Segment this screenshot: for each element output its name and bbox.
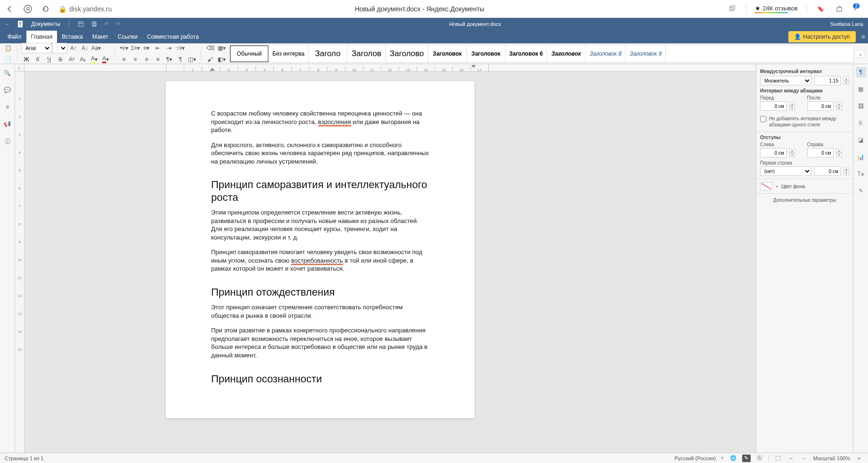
divider [746, 4, 746, 14]
back-arrow-icon[interactable]: ← [5, 21, 10, 27]
number-list-button[interactable]: 1≡▾ [130, 43, 140, 53]
star-icon: ★ [755, 5, 761, 12]
style-heading5[interactable]: Заголовок [467, 45, 506, 62]
nonprinting-button[interactable]: ¶ [175, 54, 186, 65]
line-spacing-button[interactable]: ↕≡▾ [175, 43, 186, 53]
style-heading1[interactable]: Заголо [309, 45, 347, 62]
style-gallery-expand[interactable]: ⌄ [856, 50, 865, 58]
shading-button[interactable]: ◫▾ [187, 54, 197, 65]
align-center-button[interactable]: ≡ [130, 54, 140, 65]
separator [115, 48, 115, 59]
highlight-button[interactable]: A▾ [89, 54, 99, 65]
strikethrough-button[interactable]: S [55, 54, 66, 65]
menu-references[interactable]: Ссылки [113, 31, 142, 43]
document-name: Новый документ.docx [120, 21, 830, 27]
style-heading4[interactable]: Заголовок [428, 45, 467, 62]
increase-font-button[interactable]: A↑ [68, 43, 79, 53]
change-case-button[interactable]: Aa▾ [91, 43, 101, 53]
divider [69, 20, 69, 28]
svg-text:Я: Я [26, 6, 30, 12]
menu-home[interactable]: Главная [26, 31, 57, 43]
menu-collaboration[interactable]: Совместная работа [142, 31, 204, 43]
style-heading6[interactable]: Заголовок 6 [506, 45, 547, 62]
browser-yandex-icon[interactable]: Я [23, 4, 33, 14]
svg-rect-5 [19, 22, 22, 23]
bold-button[interactable]: Ж [21, 54, 32, 65]
decrease-indent-button[interactable]: ⇤ [153, 43, 163, 53]
redo-icon[interactable]: ↷ [115, 21, 120, 27]
separator [201, 48, 201, 59]
menu-layout[interactable]: Макет [88, 31, 113, 43]
separator [17, 48, 17, 59]
save-icon[interactable] [78, 21, 84, 27]
justify-button[interactable]: ≡ [153, 54, 163, 65]
menu-hamburger-icon[interactable]: ≡ [861, 33, 865, 41]
align-left-button[interactable]: ≡ [119, 54, 129, 65]
lock-icon: 🔒 [58, 5, 66, 13]
font-color-button[interactable]: A▾ [100, 54, 111, 65]
reviews-badge[interactable]: ★24К отзывов [755, 5, 798, 13]
insert-button[interactable]: ◧▾ [216, 54, 227, 65]
page-title: Новый документ.docx - Яндекс.Документы [119, 5, 720, 13]
paste-button[interactable]: 📄 [3, 54, 13, 65]
borders-button[interactable]: ▦▾ [216, 43, 227, 53]
style-normal[interactable]: Обычный [230, 45, 269, 62]
rating-underline [755, 12, 788, 13]
style-heading2[interactable]: Заголов [347, 45, 386, 62]
underline-button[interactable]: Ч [44, 54, 54, 65]
align-right-button[interactable]: ≡ [141, 54, 152, 65]
downloads-icon[interactable]: 2 [853, 4, 863, 14]
app-name: Документы [31, 21, 60, 27]
extension-icon[interactable] [834, 4, 844, 14]
browser-reload[interactable] [41, 4, 51, 14]
url-text: disk.yandex.ru [69, 5, 112, 13]
svg-rect-3 [731, 6, 735, 9]
undo-icon[interactable]: ↶ [104, 21, 109, 27]
style-heading7[interactable]: Заголовок [547, 45, 586, 62]
url-bar[interactable]: 🔒 disk.yandex.ru [58, 5, 112, 13]
copy-button[interactable]: 📋 [3, 43, 13, 53]
svg-rect-7 [19, 25, 21, 25]
paragraph-mark-button[interactable]: ¶▾ [164, 54, 174, 65]
bookmark-icon[interactable]: 🔖 [815, 4, 826, 14]
print-icon[interactable] [91, 21, 98, 27]
clear-format-button[interactable]: ⌫ [205, 43, 215, 53]
svg-rect-6 [19, 24, 22, 24]
copy-icon[interactable] [727, 4, 737, 14]
divider [806, 4, 807, 14]
increase-indent-button[interactable]: ⇥ [164, 43, 174, 53]
menu-insert[interactable]: Вставка [57, 31, 88, 43]
font-size-select[interactable]: 11 [52, 43, 67, 53]
browser-back[interactable] [5, 4, 15, 14]
user-name[interactable]: Svetlana Lana [830, 21, 863, 27]
superscript-button[interactable]: A² [66, 54, 77, 65]
multilevel-list-button[interactable]: ≡▾ [141, 43, 152, 53]
italic-button[interactable]: К [33, 54, 43, 65]
style-heading9[interactable]: Заголовок 9 [626, 45, 666, 62]
style-no-spacing[interactable]: Без интерва [269, 45, 309, 62]
decrease-font-button[interactable]: A↓ [80, 43, 90, 53]
style-heading8[interactable]: Заголовок 8 [586, 45, 626, 62]
subscript-button[interactable]: A₂ [78, 54, 88, 65]
style-gallery: Обычный Без интерва Заголо Заголов Загол… [229, 45, 854, 63]
svg-rect-9 [93, 22, 96, 23]
format-painter-button[interactable]: 🖌 [205, 54, 215, 65]
app-logo-icon [17, 20, 25, 28]
style-heading3[interactable]: Заголово [386, 45, 428, 62]
svg-rect-2 [729, 7, 733, 11]
share-button[interactable]: 👤 Настроить доступ [788, 31, 856, 42]
menu-file[interactable]: Файл [3, 31, 26, 43]
bullet-list-button[interactable]: •≡▾ [119, 43, 129, 53]
font-name-select[interactable]: Arial [21, 43, 51, 53]
share-icon: 👤 [794, 33, 801, 40]
